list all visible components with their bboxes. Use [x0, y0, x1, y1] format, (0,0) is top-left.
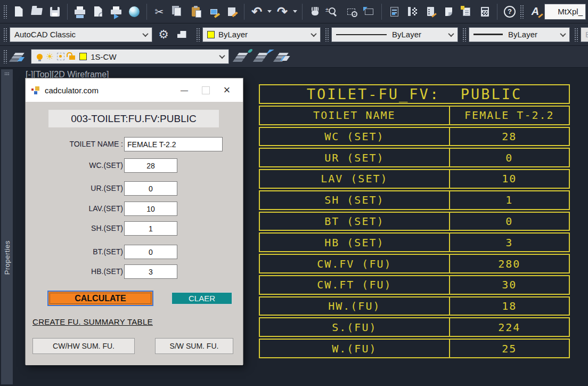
3d-dwf-button[interactable] — [126, 4, 142, 20]
workspace-settings-button[interactable]: ⚙ — [156, 27, 172, 43]
chevron-down-icon — [219, 53, 225, 59]
zoom-realtime-icon: ± — [329, 7, 337, 16]
linetype-sample-icon — [336, 34, 387, 35]
properties-palette-button[interactable] — [386, 4, 402, 20]
table-cell-value: 280 — [450, 255, 569, 272]
lineweight-sample-icon — [473, 34, 503, 35]
layer-previous-button[interactable] — [255, 49, 271, 65]
zoom-realtime-button[interactable]: ± — [325, 4, 341, 20]
toolbar-grip[interactable] — [462, 28, 466, 42]
layer-states-button[interactable] — [275, 49, 291, 65]
toolbar-grip[interactable] — [520, 5, 524, 19]
bt-set-input[interactable] — [124, 245, 177, 259]
text-style-icon: A — [532, 5, 539, 18]
standard-toolbar: ✂ ↶ ↷ ± ? A MtXpl_ — [0, 0, 588, 23]
cut-button[interactable]: ✂ — [151, 4, 167, 20]
markup-set-manager-button[interactable] — [459, 4, 475, 20]
ur-set-input[interactable] — [124, 181, 177, 196]
lav-set-input[interactable] — [124, 202, 177, 216]
table-row: CW.FT (FU)30 — [259, 275, 570, 295]
layer-properties-button[interactable] — [11, 49, 27, 65]
quickcalc-button[interactable] — [477, 4, 493, 20]
table-title-row: TOILET-FU_FV: PUBLIC — [259, 84, 570, 104]
open-folder-icon — [31, 8, 43, 15]
copy-button[interactable] — [169, 4, 185, 20]
toolbar-grip[interactable] — [325, 28, 329, 42]
workspace-combo[interactable]: AutoCAD Classic — [10, 27, 152, 42]
toolbar-grip[interactable] — [3, 28, 7, 42]
linetype-control-combo[interactable]: ByLayer — [331, 27, 458, 42]
wc-set-input[interactable] — [124, 158, 177, 173]
layer-combo[interactable]: ☀ 1S-CW — [31, 49, 229, 64]
zoom-window-button[interactable] — [343, 4, 359, 20]
markup-set-icon — [463, 7, 470, 16]
field-lav-set: LAV.(SET) — [26, 202, 243, 216]
toolbar-grip[interactable] — [196, 28, 200, 42]
layer-thaw-sun-icon[interactable]: ☀ — [46, 52, 54, 61]
sh-set-input[interactable] — [124, 221, 177, 236]
toolbar-grip[interactable] — [574, 28, 578, 42]
unlock-icon[interactable] — [69, 55, 75, 60]
calculate-button[interactable]: CALCULATE — [47, 291, 153, 306]
table-cell-value: 30 — [450, 276, 569, 294]
publish-button[interactable] — [108, 4, 124, 20]
properties-tab-label: Properties — [3, 240, 11, 275]
make-layer-current-button[interactable] — [234, 49, 250, 65]
lineweight-combo-value: ByLayer — [508, 30, 537, 39]
chevron-down-icon — [448, 30, 454, 36]
clear-button[interactable]: CLAER — [171, 292, 233, 305]
open-file-button[interactable] — [29, 4, 45, 20]
undo-dropdown-caret[interactable] — [267, 10, 272, 13]
plot-preview-button[interactable] — [90, 4, 106, 20]
plus-minus-glyph: ± — [325, 6, 329, 13]
hb-set-input[interactable] — [124, 264, 177, 279]
workspace-switch-button[interactable] — [174, 27, 190, 43]
viewport-freeze-icon[interactable] — [57, 53, 64, 60]
field-wc-set: WC.(SET) — [26, 158, 243, 173]
mtext-input[interactable]: MtXpl_ — [544, 4, 586, 20]
zoom-previous-button[interactable] — [361, 4, 377, 20]
close-button[interactable]: × — [216, 82, 238, 98]
layers-toolbar: ☀ 1S-CW — [0, 46, 588, 68]
toolbar-grip[interactable] — [3, 50, 7, 63]
color-combo-value: ByLayer — [218, 30, 248, 39]
pan-button[interactable] — [307, 4, 323, 20]
table-row: HW.(FU)18 — [259, 296, 570, 316]
cwhw-sum-button[interactable]: CW/HW SUM. FU. — [32, 338, 135, 354]
designcenter-button[interactable] — [404, 4, 420, 20]
field-toilet-name: TOILET NAME : — [26, 137, 243, 151]
dialog-titlebar[interactable]: cadculator.com — × — [26, 78, 243, 102]
separator — [244, 4, 244, 20]
sheet-set-manager-button[interactable] — [440, 4, 456, 20]
color-control-combo[interactable]: ByLayer — [202, 27, 321, 42]
layer-properties-icon — [13, 53, 24, 55]
palette-grip[interactable] — [4, 72, 10, 75]
printer-icon — [75, 10, 85, 14]
tool-palettes-button[interactable] — [422, 4, 438, 20]
sheet-set-icon — [445, 7, 452, 16]
save-button[interactable] — [47, 4, 63, 20]
table-cell-value: 10 — [450, 170, 569, 188]
toolbar-grip[interactable] — [3, 5, 7, 19]
redo-button[interactable]: ↷ — [274, 4, 290, 20]
text-style-button[interactable]: A — [527, 4, 543, 20]
toilet-name-input[interactable] — [124, 137, 223, 151]
properties-palette-tab[interactable]: Properties — [1, 69, 13, 384]
drawing-canvas[interactable]: [-][Top][2D Wireframe] Properties TOILET… — [0, 68, 588, 386]
table-cell-label: HW.(FU) — [260, 297, 450, 315]
lineweight-control-combo[interactable]: ByLayer — [469, 27, 570, 42]
redo-dropdown-caret[interactable] — [293, 10, 297, 13]
paste-button[interactable] — [187, 4, 203, 20]
dialog-header-label: 003-TOILET:FU.FV:PUBLIC — [48, 110, 219, 127]
match-properties-button[interactable] — [206, 4, 222, 20]
undo-button[interactable]: ↶ — [249, 4, 265, 20]
help-button[interactable]: ? — [502, 4, 518, 20]
table-cell-label: BT (SET) — [260, 213, 450, 230]
block-editor-button[interactable] — [224, 4, 240, 20]
new-file-button[interactable] — [11, 4, 27, 20]
sw-sum-button[interactable]: S/W SUM. FU. — [155, 338, 233, 354]
lav-set-label: LAV.(SET) — [36, 204, 123, 213]
layer-on-bulb-icon[interactable] — [37, 54, 43, 60]
plot-button[interactable] — [72, 4, 88, 20]
minimize-button[interactable]: — — [174, 82, 195, 98]
